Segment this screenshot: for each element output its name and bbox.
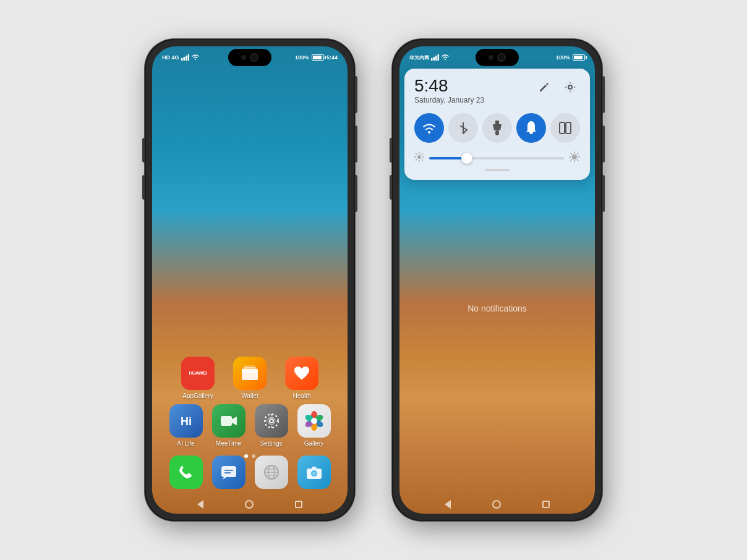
app-appgallery[interactable]: HUAWEI AppGallery bbox=[178, 357, 218, 399]
svg-line-50 bbox=[416, 159, 417, 161]
app-meetime[interactable]: MeeTime bbox=[209, 404, 249, 447]
meetime-label: MeeTime bbox=[216, 440, 241, 447]
dock-messages-icon bbox=[212, 456, 245, 489]
svg-point-31 bbox=[312, 472, 316, 475]
quick-toggles bbox=[414, 113, 580, 143]
app-settings[interactable]: Settings bbox=[252, 404, 291, 447]
appgallery-icon: HUAWEI bbox=[181, 357, 215, 390]
camera-sensor-2 bbox=[489, 55, 493, 60]
dock bbox=[152, 456, 348, 489]
svg-rect-35 bbox=[438, 54, 440, 61]
toggle-flashlight[interactable] bbox=[482, 113, 512, 143]
app-gallery[interactable]: Gallery bbox=[294, 404, 334, 447]
appgallery-label: AppGallery bbox=[182, 392, 213, 399]
svg-line-48 bbox=[422, 159, 423, 161]
phone2-frame: 华为内网 100% bbox=[392, 39, 602, 521]
svg-rect-9 bbox=[221, 416, 232, 426]
panel-date: Saturday, January 23 bbox=[414, 96, 484, 104]
settings-icon bbox=[255, 404, 288, 438]
ailife-icon: Hi bbox=[169, 404, 203, 438]
panel-settings-button[interactable] bbox=[560, 77, 580, 97]
svg-rect-41 bbox=[566, 122, 571, 134]
meetime-icon bbox=[212, 404, 245, 438]
phone1-status-left: HD 4G bbox=[162, 54, 199, 61]
phone2-status-right: 100% bbox=[556, 54, 585, 61]
svg-point-20 bbox=[311, 418, 317, 424]
panel-time: 5:48 bbox=[414, 77, 484, 95]
panel-header: 5:48 Saturday, January 23 bbox=[414, 77, 580, 104]
phone1-status-bar: HD 4G 100% bbox=[152, 46, 348, 69]
health-icon bbox=[285, 357, 318, 390]
phone2-status-left: 华为内网 bbox=[409, 54, 449, 61]
nav-back-button-2[interactable] bbox=[445, 500, 451, 509]
svg-point-36 bbox=[568, 85, 572, 89]
nav-back-button[interactable] bbox=[197, 500, 203, 509]
main-camera bbox=[250, 53, 258, 62]
brightness-slider[interactable] bbox=[429, 157, 564, 159]
brightness-high-icon bbox=[569, 151, 580, 164]
nav-home-button[interactable] bbox=[245, 500, 254, 509]
svg-rect-38 bbox=[495, 121, 499, 124]
ailife-label: AI Life bbox=[177, 440, 194, 447]
phone2-status-bar: 华为内网 100% bbox=[399, 46, 595, 69]
svg-point-42 bbox=[417, 155, 421, 159]
phone2-notch bbox=[476, 49, 519, 66]
battery-indicator-2 bbox=[573, 54, 585, 61]
svg-line-56 bbox=[571, 153, 573, 155]
dock-browser[interactable] bbox=[255, 456, 288, 489]
gallery-label: Gallery bbox=[304, 440, 324, 447]
brightness-control bbox=[414, 151, 580, 164]
svg-rect-1 bbox=[183, 57, 185, 61]
toggle-wifi[interactable] bbox=[414, 113, 444, 143]
dock-phone[interactable] bbox=[169, 456, 203, 489]
wallet-label: Wallet bbox=[241, 392, 258, 399]
toggle-bluetooth[interactable] bbox=[448, 113, 478, 143]
svg-point-51 bbox=[572, 155, 577, 159]
brightness-thumb bbox=[461, 153, 472, 164]
main-camera-2 bbox=[497, 53, 506, 62]
app-ailife[interactable]: Hi AI Life bbox=[166, 404, 206, 447]
svg-rect-40 bbox=[560, 122, 565, 134]
svg-rect-21 bbox=[221, 466, 236, 477]
health-label: Health bbox=[293, 392, 311, 399]
notification-panel: 5:48 Saturday, January 23 bbox=[404, 69, 590, 180]
toggle-bell[interactable] bbox=[516, 113, 546, 143]
phone1-screen: HD 4G 100% bbox=[152, 46, 348, 514]
svg-text:Hi: Hi bbox=[181, 415, 192, 428]
svg-line-59 bbox=[571, 159, 573, 161]
no-notifications: No notifications bbox=[399, 303, 595, 313]
svg-line-57 bbox=[577, 159, 579, 161]
nav-bar-1 bbox=[152, 500, 348, 509]
svg-rect-0 bbox=[181, 58, 183, 61]
panel-edit-button[interactable] bbox=[534, 77, 554, 97]
svg-rect-34 bbox=[435, 56, 437, 61]
brightness-low-icon bbox=[414, 152, 424, 164]
panel-action-buttons bbox=[534, 77, 580, 97]
nav-bar-2 bbox=[399, 500, 595, 509]
app-health[interactable]: Health bbox=[282, 357, 322, 399]
svg-line-49 bbox=[422, 153, 423, 155]
phone1-status-right: 100% 5:44 bbox=[295, 54, 338, 61]
nav-recents-button-2[interactable] bbox=[542, 501, 550, 508]
panel-divider bbox=[485, 169, 510, 171]
svg-rect-39 bbox=[495, 130, 499, 135]
dock-browser-icon bbox=[255, 456, 288, 489]
toggle-split[interactable] bbox=[550, 113, 580, 143]
dock-messages[interactable] bbox=[212, 456, 245, 489]
app-row-2: Hi AI Life MeeTime bbox=[164, 404, 335, 447]
app-wallet[interactable]: Wallet bbox=[230, 357, 270, 399]
phone2-screen: 华为内网 100% bbox=[399, 46, 595, 514]
svg-rect-3 bbox=[187, 54, 189, 61]
phone1-frame: HD 4G 100% bbox=[145, 39, 355, 521]
dock-phone-icon bbox=[169, 456, 203, 489]
svg-point-37 bbox=[428, 131, 430, 134]
nav-recents-button[interactable] bbox=[295, 501, 302, 508]
wallet-icon bbox=[233, 357, 267, 390]
app-grid: HUAWEI AppGallery Wallet bbox=[152, 357, 348, 452]
nav-home-button-2[interactable] bbox=[492, 500, 501, 509]
app-row-1: HUAWEI AppGallery Wallet bbox=[164, 357, 335, 399]
battery-indicator bbox=[312, 54, 324, 61]
svg-line-58 bbox=[577, 153, 579, 155]
dock-camera[interactable] bbox=[297, 456, 331, 489]
phone1-notch bbox=[228, 49, 271, 66]
